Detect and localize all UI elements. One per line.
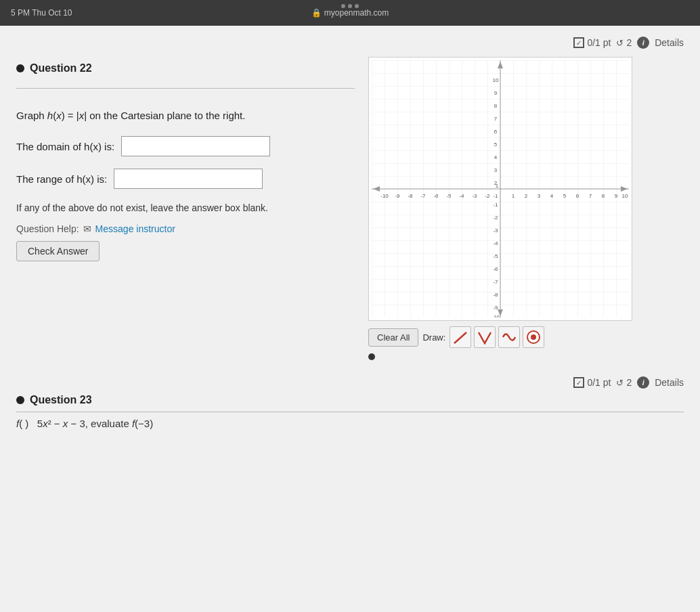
- svg-text:-3: -3: [472, 193, 477, 199]
- svg-text:2: 2: [525, 193, 528, 199]
- svg-text:1: 1: [496, 183, 499, 189]
- svg-text:-9: -9: [395, 193, 400, 199]
- clear-all-button[interactable]: Clear All: [368, 328, 418, 347]
- svg-text:1: 1: [512, 193, 515, 199]
- domain-field-row: The domain of h(x) is:: [16, 136, 355, 156]
- details-link[interactable]: Details: [655, 37, 684, 48]
- domain-label: The domain of h(x) is:: [16, 141, 114, 152]
- range-input[interactable]: [114, 169, 263, 189]
- score-checkbox: ✓: [573, 37, 584, 48]
- retry-item-bottom: ↺ 2: [616, 377, 632, 388]
- score-bar-bottom: ✓ 0/1 pt ↺ 2 i Details: [16, 376, 684, 389]
- svg-text:9: 9: [494, 90, 498, 96]
- draw-label: Draw:: [422, 332, 445, 343]
- graph-controls: Clear All Draw:: [368, 326, 639, 348]
- svg-text:-7: -7: [493, 279, 498, 285]
- question23-content: f( ) 5x² − x − 3, evaluate f(−3): [16, 418, 153, 429]
- svg-text:8: 8: [602, 193, 605, 199]
- svg-text:-2: -2: [485, 193, 490, 199]
- svg-text:-1: -1: [493, 202, 498, 208]
- svg-text:3: 3: [538, 193, 541, 199]
- lock-icon: 🔒: [311, 8, 322, 18]
- svg-text:-6: -6: [493, 266, 498, 272]
- retry-icon-bottom: ↺: [616, 378, 624, 388]
- svg-line-47: [454, 332, 466, 343]
- question-23-block: Question 23 f( ) 5x² − x − 3, evaluate f…: [16, 394, 684, 429]
- info-icon[interactable]: i: [637, 37, 649, 49]
- graph-canvas[interactable]: -10 -9 -8 -7 -6 -5 -4 -3 -2 -1 1 2 3 4: [372, 60, 629, 318]
- domain-input[interactable]: [121, 136, 270, 156]
- question-header: Question 22: [16, 62, 355, 74]
- score-pts: ✓ 0/1 pt: [573, 37, 611, 48]
- svg-text:-1: -1: [493, 193, 498, 199]
- question23-header: Question 23: [16, 394, 684, 406]
- svg-text:-7: -7: [420, 193, 426, 199]
- draw-tools: [450, 326, 544, 348]
- mail-icon: ✉: [83, 223, 91, 234]
- circle-draw-tool[interactable]: [523, 326, 544, 348]
- svg-text:-3: -3: [493, 227, 498, 234]
- svg-text:-4: -4: [493, 240, 498, 246]
- score-checkbox-bottom: ✓: [573, 377, 584, 388]
- browser-dots: [341, 4, 359, 8]
- retry-item: ↺ 2: [616, 37, 632, 48]
- svg-text:4: 4: [550, 193, 554, 199]
- question-left: Question 22 Graph h(x) = |x| on the Cart…: [16, 57, 355, 366]
- question-help: Question Help: ✉ Message instructor: [16, 223, 355, 234]
- question-22-block: Question 22 Graph h(x) = |x| on the Cart…: [16, 57, 684, 366]
- url-bar: 🔒 myopenmath.com: [311, 8, 389, 18]
- svg-text:7: 7: [494, 116, 498, 122]
- svg-text:7: 7: [589, 193, 592, 199]
- svg-text:-10: -10: [380, 193, 389, 199]
- retry-icon: ↺: [616, 38, 624, 48]
- svg-text:-8: -8: [408, 193, 413, 199]
- svg-text:-10: -10: [491, 314, 500, 318]
- time-display: 5 PM Thu Oct 10: [11, 8, 72, 18]
- graph-svg: -10 -9 -8 -7 -6 -5 -4 -3 -2 -1 1 2 3 4: [372, 60, 629, 318]
- svg-text:-8: -8: [493, 292, 498, 298]
- question-title: Question 22: [30, 62, 92, 74]
- question23-text: f( ) 5x² − x − 3, evaluate f(−3): [16, 418, 684, 429]
- svg-text:10: 10: [493, 77, 499, 83]
- svg-text:4: 4: [494, 154, 498, 160]
- svg-text:-5: -5: [446, 193, 452, 199]
- help-label: Question Help:: [16, 223, 79, 234]
- top-bar: 5 PM Thu Oct 10 🔒 myopenmath.com: [0, 0, 700, 26]
- graph-wrapper: -10 -9 -8 -7 -6 -5 -4 -3 -2 -1 1 2 3 4: [368, 57, 632, 321]
- line-draw-tool[interactable]: [450, 326, 471, 348]
- question23-title: Question 23: [30, 394, 92, 406]
- info-icon-bottom[interactable]: i: [637, 376, 649, 389]
- note-text: If any of the above do not exist, leave …: [16, 201, 355, 215]
- curve-draw-tool[interactable]: [498, 326, 520, 348]
- svg-text:10: 10: [622, 193, 628, 199]
- graph-area: -10 -9 -8 -7 -6 -5 -4 -3 -2 -1 1 2 3 4: [368, 57, 639, 366]
- svg-text:-2: -2: [493, 215, 498, 221]
- range-field-row: The range of h(x) is:: [16, 169, 355, 189]
- svg-text:-5: -5: [493, 253, 498, 259]
- svg-text:5: 5: [563, 193, 567, 199]
- svg-text:3: 3: [494, 167, 498, 173]
- svg-text:-6: -6: [433, 193, 439, 199]
- svg-text:5: 5: [494, 141, 498, 148]
- svg-text:-9: -9: [493, 305, 498, 311]
- svg-text:6: 6: [494, 129, 498, 135]
- main-content: ✓ 0/1 pt ↺ 2 i Details Question 22 Graph…: [0, 26, 700, 612]
- svg-text:6: 6: [576, 193, 579, 199]
- v-draw-tool[interactable]: [474, 326, 496, 348]
- score-bar-top: ✓ 0/1 pt ↺ 2 i Details: [16, 37, 684, 49]
- svg-text:-4: -4: [459, 193, 464, 199]
- message-instructor-link[interactable]: Message instructor: [95, 223, 175, 234]
- question-divider: [16, 88, 355, 89]
- question23-dot: [16, 396, 24, 404]
- svg-text:8: 8: [494, 103, 498, 109]
- svg-text:9: 9: [615, 193, 618, 199]
- details-link-bottom[interactable]: Details: [655, 377, 684, 388]
- check-answer-button[interactable]: Check Answer: [16, 241, 100, 261]
- range-label: The range of h(x) is:: [16, 173, 107, 185]
- graph-instruction: Graph h(x) = |x| on the Cartesian plane …: [16, 108, 355, 124]
- question23-divider: [16, 412, 684, 412]
- question-dot: [16, 64, 24, 72]
- score-pts-bottom: ✓ 0/1 pt: [573, 377, 611, 388]
- bullet-point: [368, 353, 375, 360]
